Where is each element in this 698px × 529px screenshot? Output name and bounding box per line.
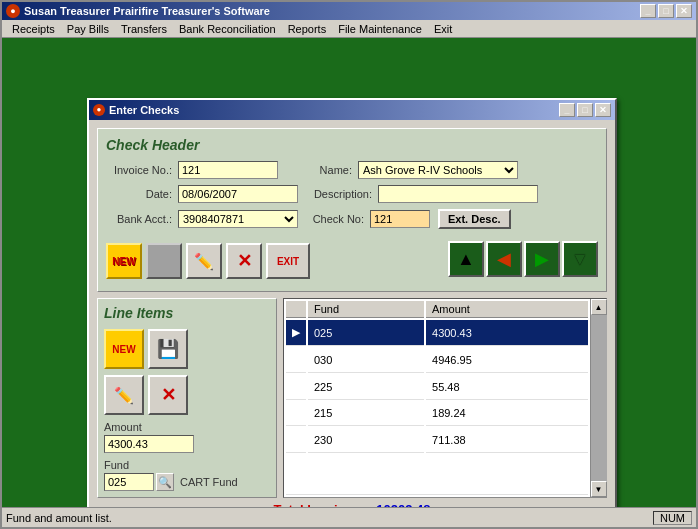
ext-desc-button[interactable]: Ext. Desc. <box>438 209 511 229</box>
enter-checks-dialog: ● Enter Checks _ □ ✕ Check Header Invoic… <box>87 98 617 518</box>
check-no-label: Check No: <box>298 213 370 225</box>
row-arrow <box>286 402 306 427</box>
description-label: Description: <box>298 188 378 200</box>
nav-toolbar: ▲ ◀ ▶ ▼ <box>448 241 598 277</box>
fund-table: Fund Amount ▶ 025 4300.43 <box>284 299 590 497</box>
scroll-down-button[interactable]: ▼ <box>591 481 607 497</box>
new-button[interactable]: NEW <box>106 243 142 279</box>
col-amount-header: Amount <box>426 301 588 318</box>
row-arrow <box>286 348 306 373</box>
exit-button[interactable]: EXIT <box>266 243 310 279</box>
minimize-button[interactable]: _ <box>640 4 656 18</box>
amount-cell: 189.24 <box>426 402 588 427</box>
menu-file-maintenance[interactable]: File Maintenance <box>332 22 428 36</box>
lower-section: Line Items NEW 💾 ✏️ <box>97 298 607 498</box>
table-row[interactable]: 215 189.24 <box>286 402 588 427</box>
close-button[interactable]: ✕ <box>676 4 692 18</box>
maximize-button[interactable]: □ <box>658 4 674 18</box>
bank-acct-label: Bank Acct.: <box>106 213 178 225</box>
table-container: Fund Amount ▶ 025 4300.43 <box>284 299 606 497</box>
line-items-title: Line Items <box>104 305 270 321</box>
line-delete-button[interactable]: ✕ <box>148 375 188 415</box>
fund-input-row: 🔍 CART Fund <box>104 473 270 491</box>
cart-fund-label: CART Fund <box>180 476 238 488</box>
check-no-input[interactable] <box>370 210 430 228</box>
toolbar: NEW ✏️ ✕ <box>106 243 310 279</box>
col-fund-header: Fund <box>308 301 424 318</box>
menu-reports[interactable]: Reports <box>282 22 333 36</box>
line-new-button[interactable]: NEW <box>104 329 144 369</box>
nav-down-button[interactable]: ▼ <box>562 241 598 277</box>
amount-cell: 4300.43 <box>426 320 588 346</box>
menu-exit[interactable]: Exit <box>428 22 458 36</box>
line-items-panel: Line Items NEW 💾 ✏️ <box>97 298 277 498</box>
col-arrow <box>286 301 306 318</box>
dialog-close-button[interactable]: ✕ <box>595 103 611 117</box>
fund-label: Fund <box>104 459 270 471</box>
title-bar: ● Susan Treasurer Prairifire Treasurer's… <box>2 2 696 20</box>
invoice-no-label: Invoice No.: <box>106 164 178 176</box>
title-bar-controls: _ □ ✕ <box>640 4 692 18</box>
table-row[interactable]: 230 711.38 <box>286 428 588 453</box>
name-select[interactable]: Ash Grove R-IV Schools <box>358 161 518 179</box>
fund-cell: 030 <box>308 348 424 373</box>
date-description-row: Date: Description: <box>106 185 598 203</box>
vertical-scrollbar[interactable]: ▲ ▼ <box>590 299 606 497</box>
menu-paybills[interactable]: Pay Bills <box>61 22 115 36</box>
edit-button[interactable]: ✏️ <box>186 243 222 279</box>
dialog-restore-button[interactable]: □ <box>577 103 593 117</box>
fund-amount-panel: Fund Amount ▶ 025 4300.43 <box>283 298 607 498</box>
row-arrow <box>286 428 306 453</box>
amount-cell: 4946.95 <box>426 348 588 373</box>
nav-right-button[interactable]: ▶ <box>524 241 560 277</box>
bank-acct-select[interactable]: 3908407871 <box>178 210 298 228</box>
nav-left-button[interactable]: ◀ <box>486 241 522 277</box>
menu-receipts[interactable]: Receipts <box>6 22 61 36</box>
app-window: ● Susan Treasurer Prairifire Treasurer's… <box>0 0 698 529</box>
invoice-no-input[interactable] <box>178 161 278 179</box>
fund-search-button[interactable]: 🔍 <box>156 473 174 491</box>
table-row[interactable]: 225 55.48 <box>286 375 588 400</box>
check-header-panel: Check Header Invoice No.: Name: Ash Grov… <box>97 128 607 292</box>
line-new-label: NEW <box>112 344 135 355</box>
line-save-button[interactable]: 💾 <box>148 329 188 369</box>
menu-transfers[interactable]: Transfers <box>115 22 173 36</box>
grey-button[interactable] <box>146 243 182 279</box>
status-text: Fund and amount list. <box>6 512 112 524</box>
app-icon: ● <box>6 4 20 18</box>
scroll-up-button[interactable]: ▲ <box>591 299 607 315</box>
line-items-toolbar: NEW 💾 <box>104 329 270 369</box>
line-edit-button[interactable]: ✏️ <box>104 375 144 415</box>
row-arrow <box>286 375 306 400</box>
menu-bar: Receipts Pay Bills Transfers Bank Reconc… <box>2 20 696 38</box>
delete-button[interactable]: ✕ <box>226 243 262 279</box>
table-row[interactable]: ▶ 025 4300.43 <box>286 320 588 346</box>
amount-cell: 711.38 <box>426 428 588 453</box>
description-input[interactable] <box>378 185 538 203</box>
check-header-title: Check Header <box>106 137 598 153</box>
dialog-title: Enter Checks <box>109 104 179 116</box>
fund-input[interactable] <box>104 473 154 491</box>
date-label: Date: <box>106 188 178 200</box>
status-bar: Fund and amount list. NUM <box>2 507 696 527</box>
fund-cell: 225 <box>308 375 424 400</box>
new-label: NEW <box>112 256 135 267</box>
fund-cell: 025 <box>308 320 424 346</box>
invoice-name-row: Invoice No.: Name: Ash Grove R-IV School… <box>106 161 598 179</box>
amount-input[interactable] <box>104 435 194 453</box>
dialog-controls: _ □ ✕ <box>559 103 611 117</box>
bank-checkno-row: Bank Acct.: 3908407871 Check No: Ext. De… <box>106 209 598 229</box>
nav-up-button[interactable]: ▲ <box>448 241 484 277</box>
name-label: Name: <box>278 164 358 176</box>
fund-section: Fund 🔍 CART Fund <box>104 459 270 491</box>
scroll-track[interactable] <box>591 315 607 481</box>
app-title: Susan Treasurer Prairifire Treasurer's S… <box>24 5 270 17</box>
table-row[interactable]: 030 4946.95 <box>286 348 588 373</box>
row-arrow: ▶ <box>286 320 306 346</box>
amount-cell: 55.48 <box>426 375 588 400</box>
date-input[interactable] <box>178 185 298 203</box>
table-row-empty <box>286 455 588 495</box>
fund-cell: 215 <box>308 402 424 427</box>
dialog-minimize-button[interactable]: _ <box>559 103 575 117</box>
menu-bank-reconciliation[interactable]: Bank Reconciliation <box>173 22 282 36</box>
